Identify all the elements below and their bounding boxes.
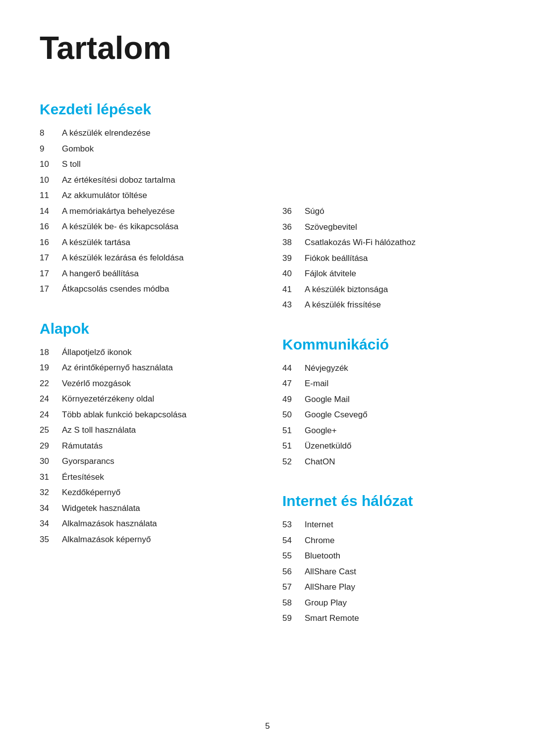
list-item: 54 Chrome [282,534,495,547]
list-item: 44 Névjegyzék [282,362,495,375]
list-item: 32 Kezdőképernyő [40,486,253,499]
list-item: 57 AllShare Play [282,581,495,594]
toc-num: 57 [282,581,305,594]
toc-num: 25 [40,424,62,437]
toc-num: 41 [282,283,305,296]
list-item: 53 Internet [282,518,495,531]
list-item: 55 Bluetooth [282,550,495,562]
toc-num: 19 [40,361,62,374]
toc-num: 39 [282,252,305,265]
toc-num: 51 [282,424,305,437]
list-item: 10 S toll [40,158,253,171]
toc-label: Bluetooth [305,550,340,562]
toc-label: Állapotjelző ikonok [62,346,132,359]
toc-num: 34 [40,517,62,530]
toc-label: Smart Remote [305,612,359,625]
toc-num: 16 [40,236,62,249]
toc-label: Fiókok beállítása [305,252,368,265]
list-item: 35 Alkalmazások képernyő [40,533,253,546]
toc-label: Google Csevegő [305,408,368,421]
toc-label: Értesítések [62,471,104,484]
toc-label: S toll [62,158,81,171]
toc-label: ChatON [305,455,335,468]
list-item: 52 ChatON [282,455,495,468]
toc-num: 56 [282,565,305,578]
list-item: 29 Rámutatás [40,440,253,453]
section-alapok: Alapok 18 Állapotjelző ikonok 19 Az érin… [40,320,253,546]
toc-num: 40 [282,267,305,280]
column-right: 36 Súgó 36 Szövegbevitel 38 Csatlakozás … [282,101,495,650]
list-item: 49 Google Mail [282,393,495,406]
list-item: 39 Fiókok beállítása [282,252,495,265]
toc-list-cont: 36 Súgó 36 Szövegbevitel 38 Csatlakozás … [282,205,495,311]
toc-label: Az akkumulátor töltése [62,189,147,202]
toc-num: 55 [282,550,305,562]
toc-num: 16 [40,220,62,233]
toc-label: Az értékesítési doboz tartalma [62,174,175,187]
toc-label: Alkalmazások képernyő [62,533,151,546]
list-item: 41 A készülék biztonsága [282,283,495,296]
toc-label: Kezdőképernyő [62,486,120,499]
list-item: 56 AllShare Cast [282,565,495,578]
toc-num: 54 [282,534,305,547]
toc-label: E-mail [305,377,328,390]
list-item: 24 Több ablak funkció bekapcsolása [40,408,253,421]
toc-label: Chrome [305,534,334,547]
list-item: 17 Átkapcsolás csendes módba [40,283,253,296]
toc-num: 17 [40,252,62,264]
page-title: Tartalom [40,30,495,66]
toc-label: Csatlakozás Wi-Fi hálózathoz [305,236,416,249]
toc-label: A készülék biztonsága [305,283,388,296]
toc-label: Az S toll használata [62,424,136,437]
toc-num: 38 [282,236,305,249]
list-item: 47 E-mail [282,377,495,390]
list-item: 43 A készülék frissítése [282,299,495,311]
toc-num: 31 [40,471,62,484]
list-item: 8 A készülék elrendezése [40,127,253,140]
list-item: 22 Vezérlő mozgások [40,377,253,390]
toc-label: Group Play [305,597,347,609]
toc-label: Névjegyzék [305,362,348,375]
list-item: 24 Környezetérzékeny oldal [40,393,253,405]
toc-num: 52 [282,455,305,468]
section-internet: Internet és hálózat 53 Internet 54 Chrom… [282,493,495,625]
toc-num: 50 [282,408,305,421]
list-item: 50 Google Csevegő [282,408,495,421]
toc-num: 59 [282,612,305,625]
list-item: 14 A memóriakártya behelyezése [40,205,253,218]
toc-list-internet: 53 Internet 54 Chrome 55 Bluetooth 56 Al… [282,518,495,625]
toc-num: 22 [40,377,62,390]
list-item: 36 Súgó [282,205,495,218]
list-item: 10 Az értékesítési doboz tartalma [40,174,253,187]
content-wrapper: Kezdeti lépések 8 A készülék elrendezése… [40,101,495,650]
toc-label: Súgó [305,205,324,218]
toc-num: 18 [40,346,62,359]
page-number: 5 [0,721,535,731]
section-title-internet: Internet és hálózat [282,493,495,509]
toc-label: Környezetérzékeny oldal [62,393,154,405]
list-item: 17 A készülék lezárása és feloldása [40,252,253,264]
toc-num: 35 [40,533,62,546]
section-kommunikacio: Kommunikáció 44 Névjegyzék 47 E-mail 49 … [282,336,495,468]
list-item: 38 Csatlakozás Wi-Fi hálózathoz [282,236,495,249]
toc-label: Üzenetküldő [305,440,352,453]
section-alapok-cont: 36 Súgó 36 Szövegbevitel 38 Csatlakozás … [282,205,495,311]
toc-num: 8 [40,127,62,140]
toc-num: 24 [40,393,62,405]
section-title-kezdeti: Kezdeti lépések [40,101,253,118]
toc-num: 11 [40,189,62,202]
toc-num: 30 [40,455,62,468]
section-kezdeti: Kezdeti lépések 8 A készülék elrendezése… [40,101,253,296]
list-item: 11 Az akkumulátor töltése [40,189,253,202]
toc-label: AllShare Play [305,581,355,594]
toc-label: A készülék frissítése [305,299,381,311]
list-item: 58 Group Play [282,597,495,609]
toc-num: 9 [40,143,62,155]
toc-list-kezdeti: 8 A készülék elrendezése 9 Gombok 10 S t… [40,127,253,296]
toc-num: 44 [282,362,305,375]
toc-label: Google Mail [305,393,350,406]
toc-label: Fájlok átvitele [305,267,356,280]
list-item: 51 Üzenetküldő [282,440,495,453]
column-left: Kezdeti lépések 8 A készülék elrendezése… [40,101,253,650]
list-item: 40 Fájlok átvitele [282,267,495,280]
